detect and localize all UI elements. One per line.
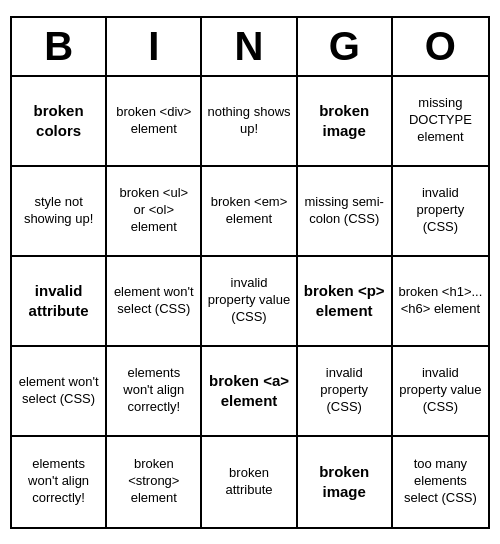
bingo-cell-1: broken <div> element: [107, 77, 202, 167]
bingo-cell-20: elements won't align correctly!: [12, 437, 107, 527]
bingo-cell-12: invalid property value (CSS): [202, 257, 297, 347]
bingo-cell-17: broken <a> element: [202, 347, 297, 437]
bingo-cell-21: broken <strong> element: [107, 437, 202, 527]
bingo-cell-0: broken colors: [12, 77, 107, 167]
header-o: O: [393, 18, 488, 75]
bingo-cell-22: broken attribute: [202, 437, 297, 527]
bingo-cell-4: missing DOCTYPE element: [393, 77, 488, 167]
bingo-card: B I N G O broken colorsbroken <div> elem…: [10, 16, 490, 529]
bingo-cell-24: too many elements select (CSS): [393, 437, 488, 527]
bingo-cell-5: style not showing up!: [12, 167, 107, 257]
header-n: N: [202, 18, 297, 75]
bingo-cell-6: broken <ul> or <ol> element: [107, 167, 202, 257]
bingo-cell-18: invalid property (CSS): [298, 347, 393, 437]
bingo-cell-23: broken image: [298, 437, 393, 527]
bingo-cell-9: invalid property (CSS): [393, 167, 488, 257]
bingo-cell-13: broken <p> element: [298, 257, 393, 347]
bingo-cell-8: missing semi-colon (CSS): [298, 167, 393, 257]
header-b: B: [12, 18, 107, 75]
bingo-cell-14: broken <h1>...<h6> element: [393, 257, 488, 347]
bingo-cell-2: nothing shows up!: [202, 77, 297, 167]
bingo-header: B I N G O: [12, 18, 488, 77]
bingo-cell-15: element won't select (CSS): [12, 347, 107, 437]
bingo-cell-19: invalid property value (CSS): [393, 347, 488, 437]
bingo-cell-10: invalid attribute: [12, 257, 107, 347]
header-g: G: [298, 18, 393, 75]
header-i: I: [107, 18, 202, 75]
bingo-cell-11: element won't select (CSS): [107, 257, 202, 347]
bingo-cell-7: broken <em> element: [202, 167, 297, 257]
bingo-grid: broken colorsbroken <div> elementnothing…: [12, 77, 488, 527]
bingo-cell-16: elements won't align correctly!: [107, 347, 202, 437]
bingo-cell-3: broken image: [298, 77, 393, 167]
